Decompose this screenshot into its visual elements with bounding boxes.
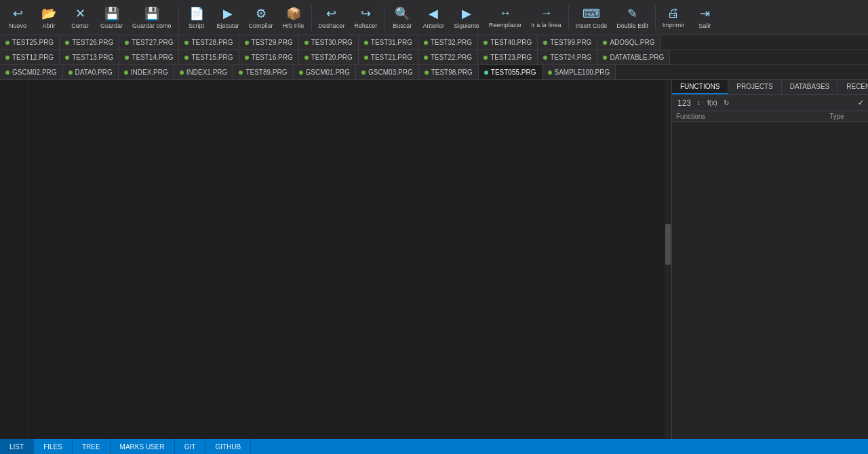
tab-test29[interactable]: TEST29.PRG xyxy=(239,35,299,50)
guardar-button[interactable]: 💾 Guardar xyxy=(96,2,127,33)
ejecutar-button[interactable]: ▶ Ejecutar xyxy=(213,2,243,33)
tab-test30[interactable]: TEST30.PRG xyxy=(299,35,359,50)
tab-dot xyxy=(299,71,303,75)
code-content[interactable] xyxy=(28,80,665,439)
tab-test28[interactable]: TEST28.PRG xyxy=(179,35,239,50)
buscar-button[interactable]: 🔍 Buscar xyxy=(387,2,417,33)
script-button[interactable]: 📄 Script xyxy=(182,2,212,33)
tab-test99[interactable]: TEST99.PRG xyxy=(538,35,597,50)
imprimir-button[interactable]: 🖨 Imprimir xyxy=(658,2,689,33)
tab-dot xyxy=(5,41,9,45)
double-edit-button[interactable]: ✎ Double Edit xyxy=(612,2,652,33)
rehacer-button[interactable]: ↪ Rehacer xyxy=(350,2,381,33)
print-icon: 🖨 xyxy=(667,6,679,20)
compilar-button[interactable]: ⚙ Compilar xyxy=(245,2,277,33)
tab-test21[interactable]: TEST21.PRG xyxy=(359,50,418,65)
tab-gscm01[interactable]: GSCM01.PRG xyxy=(294,65,357,80)
tab-test31[interactable]: TEST31.PRG xyxy=(359,35,418,50)
filter-button[interactable]: f(x) xyxy=(705,98,719,107)
functions-list-header: Functions Type xyxy=(672,111,868,122)
tab-test055[interactable]: TEST055.PRG xyxy=(479,65,542,80)
vertical-scrollbar[interactable] xyxy=(665,80,671,439)
tab-test22[interactable]: TEST22.PRG xyxy=(418,50,478,65)
tab-recents[interactable]: RECENTS xyxy=(838,80,868,94)
tab-test98[interactable]: TEST98.PRG xyxy=(419,65,479,80)
cerrar-button[interactable]: ✕ Cerrar xyxy=(65,2,95,33)
siguiente-button[interactable]: ▶ Siguiente xyxy=(450,2,484,33)
tab-dot xyxy=(304,56,309,60)
reemplazar-button[interactable]: ↔ Reemplazar xyxy=(485,2,526,33)
save-as-icon: 💾 xyxy=(144,6,159,21)
line-numbers xyxy=(0,80,28,439)
tab-gscm02[interactable]: GSCM02.PRG xyxy=(0,65,63,80)
panel-tab-bar: FUNCTIONS PROJECTS DATABASES RECENTS xyxy=(672,80,868,95)
scrollbar-thumb[interactable] xyxy=(665,224,671,265)
bottom-tab-github[interactable]: GITHUB xyxy=(205,439,251,454)
salir-button[interactable]: ⇥ Salir xyxy=(690,2,719,33)
sep4 xyxy=(568,5,569,30)
sep5 xyxy=(655,5,656,30)
tab-sample100[interactable]: SAMPLE100.PRG xyxy=(542,65,616,80)
sort-icon: 123 xyxy=(676,98,692,108)
anterior-button[interactable]: ◀ Anterior xyxy=(418,2,448,33)
tab-test27[interactable]: TEST27.PRG xyxy=(119,35,179,50)
checkmark-icon: ✓ xyxy=(858,98,864,107)
bottom-tab-list[interactable]: LIST xyxy=(0,439,34,454)
tab-test16[interactable]: TEST16.PRG xyxy=(239,50,299,65)
bottom-tab-files[interactable]: FILES xyxy=(34,439,73,454)
editor-area xyxy=(0,80,671,439)
tab-data0[interactable]: DATA0.PRG xyxy=(63,65,119,80)
tab-dot xyxy=(603,41,607,45)
tab-test26[interactable]: TEST26.PRG xyxy=(60,35,119,50)
tab-test40[interactable]: TEST40.PRG xyxy=(478,35,538,50)
guardar-como-button[interactable]: 💾 Guardar como xyxy=(128,2,176,33)
tab-adosql[interactable]: ADOSQL.PRG xyxy=(597,35,660,50)
insert-code-button[interactable]: ⌨ Insert Code xyxy=(572,2,612,33)
sort-button[interactable]: ↕ xyxy=(695,98,703,107)
double-edit-icon: ✎ xyxy=(627,6,637,21)
functions-list xyxy=(672,122,868,439)
tab-gscm03[interactable]: GSCM03.PRG xyxy=(356,65,419,80)
tab-dot xyxy=(180,71,184,75)
tab-test13[interactable]: TEST13.PRG xyxy=(60,50,119,65)
nuevo-button[interactable]: ↩ Nuevo xyxy=(3,2,33,33)
tab-dot xyxy=(603,56,607,60)
ir-linea-button[interactable]: → Ir a la línea xyxy=(527,2,566,33)
tab-dot xyxy=(245,41,249,45)
tab-test23[interactable]: TEST23.PRG xyxy=(478,50,538,65)
tab-datatable[interactable]: DATATABLE.PRG xyxy=(597,50,670,65)
sep2 xyxy=(311,5,312,30)
tab-projects[interactable]: PROJECTS xyxy=(728,80,781,94)
sep1 xyxy=(178,5,179,30)
tab-dot xyxy=(68,71,73,75)
new-icon: ↩ xyxy=(13,6,23,21)
hrb-button[interactable]: 📦 Hrb File xyxy=(279,2,309,33)
tab-databases[interactable]: DATABASES xyxy=(782,80,839,94)
tab-dot xyxy=(125,56,129,60)
tab-dot xyxy=(304,41,309,45)
tab-test14[interactable]: TEST14.PRG xyxy=(119,50,179,65)
bottom-tab-marks-user[interactable]: MARKS USER xyxy=(111,439,175,454)
bottom-tab-git[interactable]: GIT xyxy=(175,439,206,454)
bottom-tab-tree[interactable]: TREE xyxy=(73,439,111,454)
tab-test12[interactable]: TEST12.PRG xyxy=(0,50,60,65)
tab-dot xyxy=(543,56,547,60)
script-icon: 📄 xyxy=(189,6,204,21)
tab-test24[interactable]: TEST24.PRG xyxy=(538,50,597,65)
tab-index1[interactable]: INDEX1.PRG xyxy=(174,65,234,80)
tab-test32[interactable]: TEST32.PRG xyxy=(418,35,478,50)
tab-test25[interactable]: TEST25.PRG xyxy=(0,35,60,50)
file-tabs-row3: GSCM02.PRG DATA0.PRG INDEX.PRG INDEX1.PR… xyxy=(0,65,868,80)
abrir-button[interactable]: 📂 Abrir xyxy=(34,2,64,33)
compile-icon: ⚙ xyxy=(256,6,267,21)
tab-functions[interactable]: FUNCTIONS xyxy=(672,80,728,94)
tab-test20[interactable]: TEST20.PRG xyxy=(299,50,359,65)
tab-index[interactable]: INDEX.PRG xyxy=(119,65,174,80)
code-container xyxy=(0,80,671,439)
tab-test89[interactable]: TEST89.PRG xyxy=(233,65,293,80)
refresh-button[interactable]: ↻ xyxy=(722,98,731,107)
deshacer-button[interactable]: ↩ Deshacer xyxy=(315,2,349,33)
insert-icon: ⌨ xyxy=(583,6,600,21)
tab-test15[interactable]: TEST15.PRG xyxy=(179,50,239,65)
prev-icon: ◀ xyxy=(429,6,438,21)
